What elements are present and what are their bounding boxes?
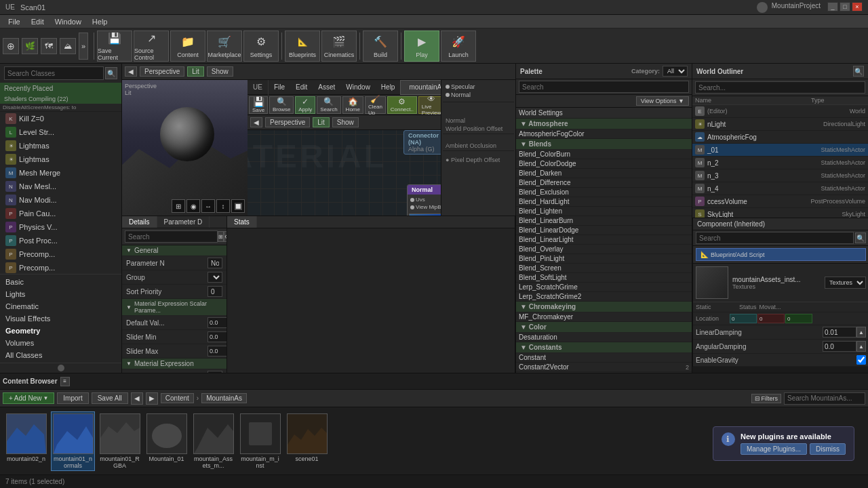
play-button[interactable]: ▶Play xyxy=(404,30,439,62)
close-button[interactable]: × xyxy=(852,2,863,12)
palette-item-screen[interactable]: Blend_Screen xyxy=(516,264,692,273)
menu-help[interactable]: Help xyxy=(87,15,113,28)
show-button[interactable]: Show xyxy=(207,66,233,77)
palette-search-input[interactable] xyxy=(519,81,689,93)
world-item-postprocess[interactable]: P ccessVolume PostProcessVolume xyxy=(692,195,868,208)
mat-cleanup-btn[interactable]: 🧹 Clean Up xyxy=(365,96,386,114)
chromakeying-section[interactable]: ▼ Chromakeying xyxy=(516,302,692,312)
asset-mountain01rgba[interactable]: mountain01_RGBA xyxy=(98,411,142,471)
cat-lights[interactable]: Lights xyxy=(0,288,121,300)
palette-item-linearlight[interactable]: Blend_LinearLight xyxy=(516,235,692,245)
lit-dropdown[interactable]: Lit xyxy=(187,66,204,77)
mat-menu-edit[interactable]: Edit xyxy=(290,80,313,95)
mat-tab-title[interactable]: mountainAssetM... xyxy=(400,80,441,95)
menu-window[interactable]: Window xyxy=(50,15,87,28)
history-back-button[interactable]: ◀ xyxy=(131,392,143,405)
asset-mountaininst[interactable]: mountain_m_inst xyxy=(238,411,282,471)
mat-browse-btn[interactable]: 🔍 Browse xyxy=(269,96,294,114)
world-search-input[interactable] xyxy=(695,81,865,94)
details-tab[interactable]: Details xyxy=(122,216,157,228)
palette-item-hardlight[interactable]: Blend_HardLight xyxy=(516,197,692,207)
panel-item-postproc[interactable]: P Post Proc... xyxy=(0,234,121,247)
mat-menu-window[interactable]: Window xyxy=(340,80,376,95)
world-item-01[interactable]: M _01 StaticMeshActor xyxy=(692,144,868,157)
palette-item-exclusion[interactable]: Blend_Exclusion xyxy=(516,188,692,197)
mat-scalar-section-header[interactable]: ▼ Material Expression Scalar Parame... xyxy=(122,299,226,316)
panel-item-lightmas2[interactable]: ☀ Lightmas xyxy=(0,152,121,166)
cat-visualeffects[interactable]: Visual Effects xyxy=(0,312,121,325)
panel-item-levelstr[interactable]: L Level Str... xyxy=(0,125,121,139)
stats-tab[interactable]: Stats xyxy=(227,216,257,228)
general-section-header[interactable]: ▼ General xyxy=(122,245,226,256)
palette-item-atmosfog[interactable]: AtmosphericFogColor xyxy=(516,129,692,139)
mat-menu-help[interactable]: Help xyxy=(376,80,401,95)
world-item-skylight[interactable]: S SkyLight SkyLight xyxy=(692,208,868,218)
panel-item-meshmerge[interactable]: M Mesh Merge xyxy=(0,166,121,180)
palette-item-colorburn[interactable]: Blend_ColorBurn xyxy=(516,150,692,159)
add-new-button[interactable]: + Add New ▼ xyxy=(3,392,54,404)
vp-btn-3[interactable]: ↔ xyxy=(201,199,215,213)
mat-perspective-btn[interactable]: Perspective xyxy=(265,117,310,127)
angular-damping-input[interactable] xyxy=(823,341,856,352)
history-forward-button[interactable]: ▶ xyxy=(146,392,158,405)
asset-scene01[interactable]: scene01 xyxy=(285,411,329,471)
level-viewport[interactable]: Perspective Lit ⊞ ◉ ↔ ↕ 🔲 xyxy=(122,80,248,216)
palette-item-overlay[interactable]: Blend_Overlay xyxy=(516,245,692,254)
content-button[interactable]: 📁Content xyxy=(170,30,205,62)
loc-y-input[interactable] xyxy=(757,314,785,323)
palette-category-select[interactable]: All xyxy=(663,66,688,77)
constants-section[interactable]: ▼ Constants xyxy=(516,342,692,353)
expand-toolbar[interactable]: » xyxy=(79,33,88,60)
panel-item-navmod[interactable]: N Nav Modi... xyxy=(0,193,121,207)
world-item-n3[interactable]: M n_3 StaticMeshActor xyxy=(692,169,868,182)
vp-btn-2[interactable]: ◉ xyxy=(186,199,200,213)
launch-button[interactable]: 🚀Launch xyxy=(441,30,476,62)
asset-mountainassets[interactable]: mountain_Assets_m... xyxy=(191,411,235,471)
viewport-back-button[interactable]: ◀ xyxy=(125,66,137,77)
mat-connect-btn[interactable]: ⚙ Connect.. xyxy=(387,96,417,114)
maximize-button[interactable]: □ xyxy=(840,2,850,12)
sort-priority-input[interactable] xyxy=(208,286,222,297)
color-section[interactable]: ▼ Color xyxy=(516,322,692,333)
build-button[interactable]: 🔨Build xyxy=(363,30,398,62)
details-right-search[interactable] xyxy=(696,232,854,244)
menu-edit[interactable]: Edit xyxy=(26,15,50,28)
marketplace-button[interactable]: 🛒Marketplace xyxy=(207,30,242,62)
palette-item-lineardodge[interactable]: Blend_LinearDodge xyxy=(516,226,692,235)
details-search-input[interactable] xyxy=(125,230,218,243)
mat-lit-btn[interactable]: Lit xyxy=(313,117,330,127)
world-item-dirlight[interactable]: ☀ nLight DirectionalLight xyxy=(692,118,868,131)
slider-min-input[interactable] xyxy=(208,331,227,342)
loc-x-input[interactable] xyxy=(730,314,757,323)
panel-item-physics[interactable]: P Physics V... xyxy=(0,220,121,234)
world-settings-tab[interactable]: World Settings xyxy=(516,108,692,119)
mat-apply-btn[interactable]: ✓ Apply xyxy=(295,96,315,114)
save-all-button[interactable]: Save All xyxy=(92,392,128,404)
slider-max-input[interactable] xyxy=(208,346,227,357)
panel-item-precomp1[interactable]: P Precomp... xyxy=(0,247,121,261)
cat-basic[interactable]: Basic xyxy=(0,276,121,288)
perspective-dropdown[interactable]: Perspective xyxy=(140,66,184,77)
blueprints-button[interactable]: 📐Blueprints xyxy=(285,30,320,62)
asset-mountain01normals[interactable]: mountain01_normals xyxy=(51,411,95,471)
palette-item-softlight[interactable]: Blend_SoftLight xyxy=(516,273,692,283)
cat-allclasses[interactable]: All Classes xyxy=(0,349,121,361)
mat-save-btn[interactable]: 💾 Save xyxy=(249,96,268,114)
mat-show-btn[interactable]: Show xyxy=(332,117,359,127)
vp-btn-1[interactable]: ⊞ xyxy=(172,199,185,213)
parameter-d-tab[interactable]: Parameter D xyxy=(157,216,210,228)
vp-btn-4[interactable]: ↕ xyxy=(216,199,230,213)
cat-geometry[interactable]: Geometry xyxy=(0,325,121,337)
palette-item-lighten[interactable]: Blend_Lighten xyxy=(516,207,692,216)
world-item-atmosfog[interactable]: ☁ AtmosphericFog xyxy=(692,131,868,144)
minimize-button[interactable]: _ xyxy=(827,2,838,12)
blueprint-add-script-btn[interactable]: 📐 Blueprint/Add Script xyxy=(696,248,866,261)
atmosphere-section[interactable]: ▼ Atmosphere xyxy=(516,119,692,129)
loc-z-input[interactable] xyxy=(785,314,812,323)
normal-node[interactable]: Normal Uvs View MipBias xyxy=(407,184,441,216)
cat-cinematic[interactable]: Cinematic xyxy=(0,300,121,312)
settings-button[interactable]: ⚙Settings xyxy=(243,30,279,62)
source-control-button[interactable]: ↗Source Control xyxy=(134,30,169,62)
search-classes-input[interactable] xyxy=(4,66,104,80)
details-grid-view[interactable]: ⊞ xyxy=(218,231,224,242)
